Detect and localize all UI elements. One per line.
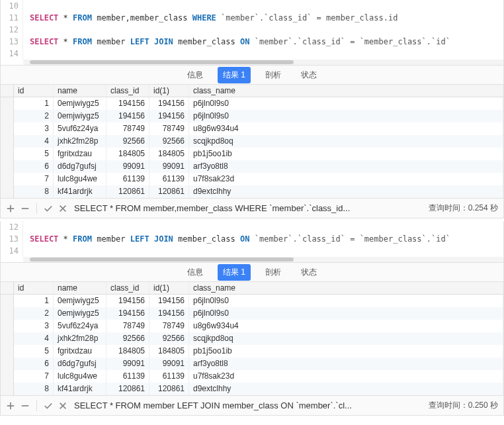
table-row[interactable]: 20emjwiygz5194156194156p6jln0l9s0: [1, 307, 503, 320]
cell-class-id[interactable]: 78749: [106, 320, 149, 332]
cell-id[interactable]: 4: [14, 332, 54, 345]
add-row-icon[interactable]: [6, 204, 15, 213]
table-row[interactable]: 4jxhk2fm28p9256692566scqjkpd8oq: [1, 332, 503, 345]
cell-class-id[interactable]: 99091: [106, 160, 149, 173]
cell-id[interactable]: 7: [14, 370, 54, 383]
col-id[interactable]: id: [14, 282, 54, 294]
table-row[interactable]: 8kf41ardrjk120861120861d9extclhhy: [1, 383, 503, 395]
cell-name[interactable]: 0emjwiygz5: [54, 110, 106, 122]
cell-class-id[interactable]: 194156: [106, 307, 149, 320]
cell-id[interactable]: 6: [14, 357, 54, 370]
cell-class-name[interactable]: arf3yo8tl8: [189, 357, 503, 370]
cell-class-id[interactable]: 120861: [106, 383, 149, 395]
cell-class-id[interactable]: 61139: [106, 370, 149, 383]
cell-id1[interactable]: 120861: [149, 383, 189, 395]
cell-class-id[interactable]: 194156: [106, 97, 149, 110]
sql-editor[interactable]: 12 13 14 SELECT * FROM member LEFT JOIN …: [1, 221, 503, 257]
cell-class-name[interactable]: scqjkpd8oq: [189, 135, 503, 148]
tab-profile[interactable]: 剖析: [260, 67, 286, 83]
table-row[interactable]: 6d6dg7gufsj9909199091arf3yo8tl8: [1, 160, 503, 173]
cell-id[interactable]: 5: [14, 345, 54, 357]
cell-id1[interactable]: 194156: [149, 307, 189, 320]
cell-class-name[interactable]: u7f8sak23d: [189, 370, 503, 383]
table-row[interactable]: 8kf41ardrjk120861120861d9extclhhy: [1, 185, 503, 198]
cell-class-id[interactable]: 120861: [106, 185, 149, 198]
cell-id[interactable]: 1: [14, 295, 54, 307]
cell-id[interactable]: 1: [14, 97, 54, 110]
tab-result-1[interactable]: 结果 1: [218, 67, 251, 83]
col-name[interactable]: name: [54, 85, 106, 97]
cell-id1[interactable]: 92566: [149, 332, 189, 345]
editor-horizontal-scrollbar[interactable]: [23, 60, 503, 65]
cell-id[interactable]: 3: [14, 320, 54, 332]
cell-class-id[interactable]: 92566: [106, 332, 149, 345]
cell-id1[interactable]: 78749: [149, 122, 189, 135]
table-row[interactable]: 7lulc8gu4we6113961139u7f8sak23d: [1, 370, 503, 383]
cancel-icon[interactable]: [58, 204, 67, 213]
cell-class-name[interactable]: p6jln0l9s0: [189, 97, 503, 110]
remove-row-icon[interactable]: [21, 401, 30, 410]
cell-class-name[interactable]: p6jln0l9s0: [189, 110, 503, 122]
sql-line-13[interactable]: SELECT * FROM member LEFT JOIN member_cl…: [30, 234, 450, 244]
table-row[interactable]: 5fgritxdzau184805184805pb1j5oo1ib: [1, 345, 503, 357]
cell-id[interactable]: 8: [14, 383, 54, 395]
cell-name[interactable]: 0emjwiygz5: [54, 97, 106, 110]
cell-class-name[interactable]: p6jln0l9s0: [189, 295, 503, 307]
cell-id[interactable]: 5: [14, 148, 54, 160]
cell-class-name[interactable]: u8g6w934u4: [189, 320, 503, 332]
cell-name[interactable]: d6dg7gufsj: [54, 357, 106, 370]
cell-id[interactable]: 3: [14, 122, 54, 135]
cell-id1[interactable]: 61139: [149, 370, 189, 383]
cell-class-id[interactable]: 99091: [106, 357, 149, 370]
cell-id[interactable]: 2: [14, 110, 54, 122]
cell-name[interactable]: kf41ardrjk: [54, 383, 106, 395]
tab-status[interactable]: 状态: [296, 67, 322, 83]
cell-id[interactable]: 2: [14, 307, 54, 320]
table-row[interactable]: 10emjwiygz5194156194156p6jln0l9s0: [1, 97, 503, 110]
apply-icon[interactable]: [44, 204, 53, 213]
sql-line-11[interactable]: SELECT * FROM member,member_class WHERE …: [30, 13, 398, 23]
cell-class-id[interactable]: 92566: [106, 135, 149, 148]
remove-row-icon[interactable]: [21, 204, 30, 213]
tab-info[interactable]: 信息: [182, 264, 208, 281]
cell-class-id[interactable]: 194156: [106, 295, 149, 307]
cell-id1[interactable]: 184805: [149, 345, 189, 357]
cell-name[interactable]: 0emjwiygz5: [54, 307, 106, 320]
cell-id1[interactable]: 78749: [149, 320, 189, 332]
cell-class-id[interactable]: 194156: [106, 110, 149, 122]
col-class-name[interactable]: class_name: [189, 85, 503, 97]
col-class-name[interactable]: class_name: [189, 282, 503, 294]
cell-name[interactable]: lulc8gu4we: [54, 370, 106, 383]
table-row[interactable]: 10emjwiygz5194156194156p6jln0l9s0: [1, 295, 503, 307]
cell-name[interactable]: d6dg7gufsj: [54, 160, 106, 173]
cell-name[interactable]: 0emjwiygz5: [54, 295, 106, 307]
cell-class-name[interactable]: d9extclhhy: [189, 185, 503, 198]
cell-id[interactable]: 6: [14, 160, 54, 173]
cell-class-id[interactable]: 184805: [106, 148, 149, 160]
tab-profile[interactable]: 剖析: [260, 264, 286, 281]
cell-class-name[interactable]: arf3yo8tl8: [189, 160, 503, 173]
cell-name[interactable]: 5vuf6z24ya: [54, 122, 106, 135]
cell-class-name[interactable]: pb1j5oo1ib: [189, 148, 503, 160]
apply-icon[interactable]: [44, 401, 53, 410]
result-grid[interactable]: id name class_id id(1) class_name 10emjw…: [1, 85, 503, 198]
col-class-id[interactable]: class_id: [106, 282, 149, 294]
table-row[interactable]: 35vuf6z24ya7874978749u8g6w934u4: [1, 122, 503, 135]
cell-class-name[interactable]: u8g6w934u4: [189, 122, 503, 135]
table-row[interactable]: 5fgritxdzau184805184805pb1j5oo1ib: [1, 148, 503, 160]
cell-id[interactable]: 4: [14, 135, 54, 148]
cell-id1[interactable]: 194156: [149, 295, 189, 307]
col-id1[interactable]: id(1): [149, 282, 189, 294]
cell-class-name[interactable]: scqjkpd8oq: [189, 332, 503, 345]
add-row-icon[interactable]: [6, 401, 15, 410]
cell-class-name[interactable]: pb1j5oo1ib: [189, 345, 503, 357]
cell-name[interactable]: 5vuf6z24ya: [54, 320, 106, 332]
table-row[interactable]: 6d6dg7gufsj9909199091arf3yo8tl8: [1, 357, 503, 370]
tab-info[interactable]: 信息: [182, 67, 208, 83]
cell-id1[interactable]: 99091: [149, 357, 189, 370]
cell-class-id[interactable]: 184805: [106, 345, 149, 357]
cell-name[interactable]: jxhk2fm28p: [54, 135, 106, 148]
sql-editor[interactable]: 10 11 12 13 14 SELECT * FROM member,memb…: [1, 0, 503, 60]
editor-horizontal-scrollbar[interactable]: [23, 257, 503, 262]
cell-id[interactable]: 7: [14, 173, 54, 185]
